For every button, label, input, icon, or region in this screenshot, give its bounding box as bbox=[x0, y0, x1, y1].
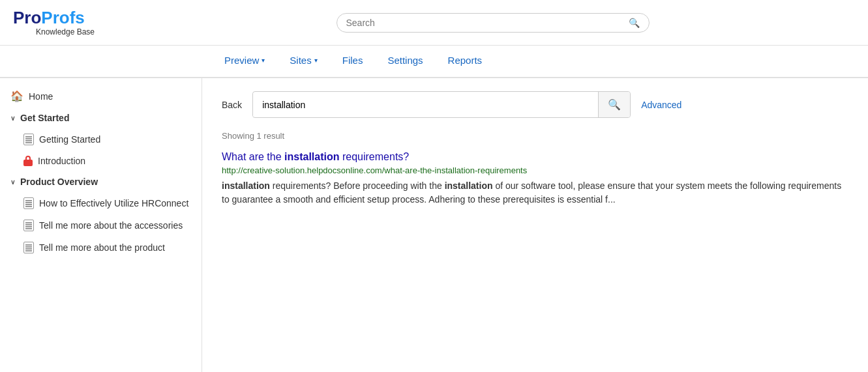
sidebar-item-label: How to Effectively Utilize HRConnect bbox=[39, 198, 188, 208]
logo-profs: Profs bbox=[41, 8, 84, 27]
sidebar-item-hrconnect[interactable]: How to Effectively Utilize HRConnect bbox=[0, 192, 202, 214]
result-title-prefix: What are the bbox=[222, 151, 284, 162]
nav-settings[interactable]: Settings bbox=[385, 46, 425, 77]
sidebar-item-label: Tell me more about the product bbox=[39, 242, 165, 253]
content-search-input[interactable] bbox=[253, 93, 598, 117]
search-icon: 🔍 bbox=[608, 99, 621, 110]
chevron-down-icon: ∨ bbox=[10, 115, 15, 122]
nav-bar: + New ▾ Preview ▾ Sites ▾ Files Settings… bbox=[0, 46, 868, 78]
sidebar-home-label: Home bbox=[29, 91, 53, 102]
results-count: Showing 1 result bbox=[222, 131, 848, 141]
snippet-text: requirements? Before proceeding with the bbox=[273, 180, 445, 191]
snippet-highlight: installation bbox=[222, 180, 270, 191]
nav-preview[interactable]: Preview ▾ bbox=[222, 46, 267, 77]
document-icon bbox=[23, 134, 34, 145]
lock-icon bbox=[23, 156, 33, 166]
sidebar-group-label: Get Started bbox=[20, 113, 69, 123]
sidebar-group-get-started[interactable]: ∨ Get Started bbox=[0, 107, 202, 128]
result-title[interactable]: What are the installation requirements? bbox=[222, 151, 848, 163]
sidebar-item-accessories[interactable]: Tell me more about the accessories bbox=[0, 214, 202, 236]
sidebar-item-introduction[interactable]: Introduction bbox=[0, 150, 202, 171]
sidebar-item-label: Tell me more about the accessories bbox=[39, 220, 183, 231]
nav-sites[interactable]: Sites ▾ bbox=[287, 46, 320, 77]
content-search-input-wrap[interactable]: 🔍 bbox=[252, 91, 631, 118]
nav-files[interactable]: Files bbox=[340, 46, 366, 77]
logo-pro: Pro bbox=[13, 8, 41, 27]
top-search-box[interactable]: 🔍 bbox=[337, 13, 650, 33]
advanced-link[interactable]: Advanced bbox=[641, 100, 681, 110]
logo: ProProfs Knowledge Base bbox=[13, 9, 117, 36]
chevron-down-icon: ▾ bbox=[314, 57, 318, 64]
snippet-highlight: installation bbox=[445, 180, 493, 191]
chevron-down-icon: ∨ bbox=[10, 179, 15, 186]
sidebar-item-product[interactable]: Tell me more about the product bbox=[0, 236, 202, 259]
result-title-highlight: installation bbox=[284, 151, 339, 162]
result-item: What are the installation requirements? … bbox=[222, 151, 848, 207]
sidebar-item-getting-started[interactable]: Getting Started bbox=[0, 128, 202, 150]
sidebar: 🏠 Home ∨ Get Started Getting Started Int… bbox=[0, 78, 202, 372]
back-link[interactable]: Back bbox=[222, 100, 242, 110]
result-snippet: installation requirements? Before procee… bbox=[222, 179, 848, 207]
sidebar-group-label: Product Overview bbox=[20, 177, 98, 187]
document-icon bbox=[23, 242, 34, 253]
document-icon bbox=[23, 197, 34, 209]
result-title-suffix: requirements? bbox=[340, 151, 410, 162]
sidebar-group-product-overview[interactable]: ∨ Product Overview bbox=[0, 171, 202, 192]
content-area: Back 🔍 Advanced Showing 1 result What ar… bbox=[202, 78, 868, 372]
nav-reports[interactable]: Reports bbox=[445, 46, 485, 77]
sidebar-item-label: Introduction bbox=[38, 156, 85, 166]
chevron-down-icon: ▾ bbox=[262, 57, 265, 64]
home-icon: 🏠 bbox=[10, 90, 23, 102]
sidebar-item-label: Getting Started bbox=[39, 134, 100, 145]
result-url[interactable]: http://creative-solution.helpdocsonline.… bbox=[222, 165, 848, 175]
top-search-wrapper: 🔍 bbox=[130, 13, 855, 33]
top-search-input[interactable] bbox=[346, 18, 629, 28]
search-icon: 🔍 bbox=[629, 18, 640, 28]
logo-subtitle: Knowledge Base bbox=[13, 27, 117, 36]
document-icon bbox=[23, 220, 34, 231]
content-search-button[interactable]: 🔍 bbox=[598, 92, 630, 117]
content-search-bar: Back 🔍 Advanced bbox=[222, 91, 848, 118]
sidebar-item-home[interactable]: 🏠 Home bbox=[0, 85, 202, 107]
